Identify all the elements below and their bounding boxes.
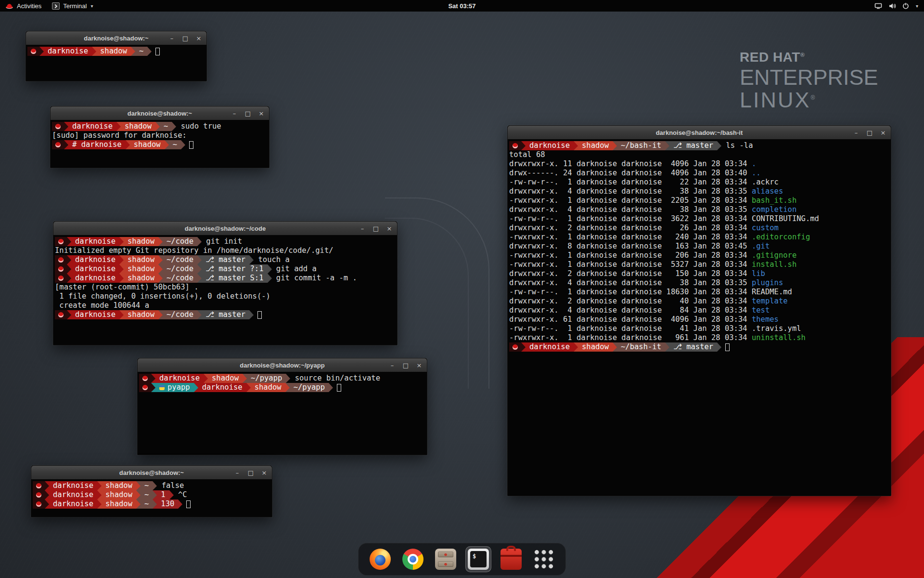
- close-button[interactable]: ×: [416, 362, 423, 369]
- appgrid-dock-button[interactable]: [531, 546, 557, 572]
- powerline-separator: [717, 141, 721, 150]
- terminal-content[interactable]: darknoiseshadow~/code git initInitialize…: [53, 235, 397, 345]
- powerline-separator: [613, 342, 617, 352]
- powerline-separator: [97, 490, 102, 499]
- close-button[interactable]: ×: [261, 469, 268, 476]
- redhat-icon: [36, 501, 41, 507]
- powerline-separator: [197, 264, 202, 274]
- minimize-button[interactable]: –: [231, 110, 238, 117]
- toolbox-dock-button[interactable]: [498, 546, 524, 572]
- powerline-separator: [97, 499, 102, 509]
- terminal-line: darknoiseshadow~/bash-it⎇ master ls -la: [509, 141, 891, 150]
- prompt-distro-segment: [33, 490, 45, 499]
- terminal-dock-button[interactable]: [465, 546, 491, 572]
- chevron-down-icon[interactable]: ▾: [916, 3, 918, 9]
- terminal-text: drwxrwxr-x. 11 darknoise darknoise 4096 …: [509, 159, 752, 169]
- brand-redhat: RED HAT®: [740, 50, 878, 64]
- powerline-separator: [45, 490, 49, 499]
- prompt-git-segment: ⎇ master: [669, 141, 717, 150]
- redhat-logo-icon: [5, 3, 13, 9]
- terminal-text: Initialized empty Git repository in /hom…: [55, 246, 334, 255]
- prompt-path-segment: ~/pyapp: [290, 383, 329, 392]
- powerline-separator: [181, 140, 185, 149]
- power-icon[interactable]: [902, 2, 909, 9]
- minimize-button[interactable]: –: [234, 469, 241, 476]
- powerline-separator: [249, 310, 254, 319]
- prompt-distro-segment: [55, 310, 67, 319]
- prompt-path-segment: ~: [135, 47, 147, 56]
- window-title: darknoise@shadow:~: [84, 35, 148, 42]
- terminal-app-icon: [52, 2, 60, 10]
- window-controls: –□×: [168, 31, 202, 45]
- terminal-content[interactable]: darknoiseshadow~: [26, 45, 206, 81]
- terminal-line: drwx------. 24 darknoise darknoise 4096 …: [509, 169, 891, 178]
- prompt-path-segment: ~/code: [163, 264, 197, 274]
- window-controls: –□×: [853, 126, 886, 139]
- window-titlebar[interactable]: darknoise@shadow:~/bash-it–□×: [508, 126, 891, 140]
- close-button[interactable]: ×: [386, 225, 393, 232]
- maximize-button[interactable]: □: [244, 110, 251, 117]
- prompt-host-segment: shadow: [121, 122, 155, 131]
- maximize-button[interactable]: □: [866, 129, 873, 136]
- close-button[interactable]: ×: [258, 110, 265, 117]
- maximize-button[interactable]: □: [247, 469, 254, 476]
- terminal-line: darknoiseshadow~/code⎇ master ?:1 git ad…: [55, 264, 397, 274]
- terminal-content[interactable]: darknoiseshadow~ sudo true[sudo] passwor…: [51, 120, 269, 168]
- terminal-text: total 68: [509, 150, 545, 159]
- powerline-separator: [268, 274, 272, 283]
- window-titlebar[interactable]: darknoise@shadow:~/pyapp–□×: [138, 358, 427, 372]
- firefox-dock-button[interactable]: [367, 546, 393, 572]
- minimize-button[interactable]: –: [389, 362, 396, 369]
- minimize-button[interactable]: –: [359, 225, 366, 232]
- terminal-text: drwxrwxr-x. 8 darknoise darknoise 163 Ja…: [509, 242, 752, 251]
- terminal-line: -rwxrwxr-x. 1 darknoise darknoise 5327 J…: [509, 260, 891, 269]
- window-titlebar[interactable]: darknoise@shadow:~–□×: [31, 466, 272, 480]
- terminal-text: template: [752, 297, 788, 306]
- volume-icon[interactable]: [888, 3, 896, 9]
- activities-button[interactable]: Activities: [0, 0, 47, 12]
- close-button[interactable]: ×: [880, 129, 886, 136]
- powerline-separator: [197, 274, 202, 283]
- maximize-button[interactable]: □: [402, 362, 409, 369]
- terminal-line: drwxrwxr-x. 11 darknoise darknoise 4096 …: [509, 159, 891, 169]
- clock[interactable]: Sat 03:57: [448, 2, 475, 10]
- files-dock-button[interactable]: [433, 546, 459, 572]
- maximize-button[interactable]: □: [372, 225, 379, 232]
- powerline-separator: [268, 264, 272, 274]
- redhat-icon: [58, 239, 64, 244]
- terminal-content[interactable]: darknoiseshadow~ falsedarknoiseshadow~1 …: [31, 479, 272, 517]
- terminal-content[interactable]: darknoiseshadow~/pyapp source bin/activa…: [138, 372, 427, 455]
- system-status-area[interactable]: ▾: [874, 0, 924, 12]
- minimize-button[interactable]: –: [168, 35, 175, 42]
- terminal-text: -rw-rw-r--. 1 darknoise darknoise 41 Jan…: [509, 324, 801, 333]
- prompt-distro-segment: [55, 274, 67, 283]
- prompt-path-segment: ~/code: [163, 310, 197, 319]
- powerline-separator: [151, 383, 155, 392]
- window-titlebar[interactable]: darknoise@shadow:~–□×: [51, 106, 269, 120]
- powerline-separator: [39, 47, 44, 56]
- terminal-text: completion: [752, 205, 796, 214]
- powerline-separator: [158, 237, 163, 246]
- window-title: darknoise@shadow:~: [128, 110, 192, 117]
- maximize-button[interactable]: □: [182, 35, 189, 42]
- terminal-line: darknoiseshadow~/code⎇ master: [55, 310, 397, 319]
- chrome-dock-button[interactable]: [400, 546, 426, 572]
- window-titlebar[interactable]: darknoise@shadow:~–□×: [26, 31, 206, 45]
- close-button[interactable]: ×: [195, 35, 202, 42]
- minimize-button[interactable]: –: [853, 129, 860, 136]
- window-titlebar[interactable]: darknoise@shadow:~/code–□×: [53, 222, 397, 236]
- terminal-text: -rw-rw-r--. 1 darknoise darknoise 18630 …: [509, 288, 792, 297]
- terminal-text: 1 file changed, 0 insertions(+), 0 delet…: [55, 292, 270, 301]
- terminal-text: drwxrwxr-x. 4 darknoise darknoise 38 Jan…: [509, 205, 752, 214]
- powerline-separator: [136, 499, 141, 509]
- prompt-distro-segment: [55, 255, 67, 264]
- prompt-distro-segment: [509, 342, 521, 352]
- terminal-content[interactable]: darknoiseshadow~/bash-it⎇ master ls -lat…: [508, 139, 891, 496]
- redhat-icon: [142, 376, 148, 381]
- terminal-line: darknoiseshadow~: [27, 47, 206, 56]
- powerline-separator: [64, 140, 68, 149]
- display-icon[interactable]: [874, 3, 882, 9]
- powerline-separator: [67, 274, 71, 283]
- terminal-text: test: [752, 306, 770, 315]
- terminal-app-menu[interactable]: Terminal ▾: [47, 0, 98, 12]
